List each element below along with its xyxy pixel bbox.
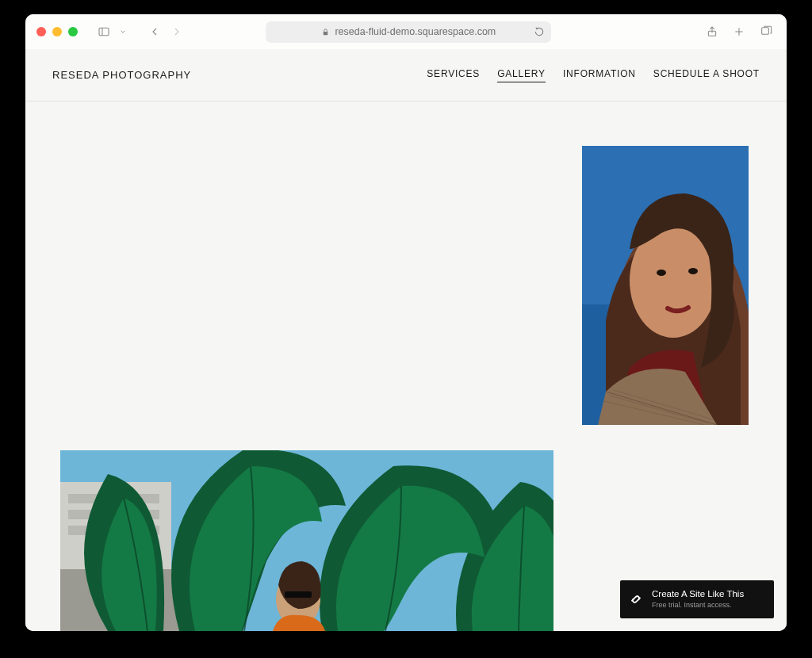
squarespace-logo-icon [628, 591, 644, 607]
minimize-window-button[interactable] [52, 27, 62, 36]
nav-information[interactable]: INFORMATION [563, 68, 636, 82]
back-button[interactable] [144, 22, 165, 41]
lock-icon [321, 28, 330, 36]
nav-gallery[interactable]: GALLERY [497, 68, 546, 82]
gallery-image-portrait[interactable] [582, 146, 749, 425]
svg-point-10 [657, 270, 666, 276]
sidebar-toggle-button[interactable] [94, 22, 114, 41]
tab-overview-button[interactable] [756, 22, 776, 41]
svg-rect-22 [285, 591, 312, 598]
page-content: RESEDA PHOTOGRAPHY SERVICES GALLERY INFO… [25, 49, 787, 631]
promo-subline: Free trial. Instant access. [652, 601, 744, 610]
toolbar-right [703, 22, 776, 41]
svg-rect-2 [324, 32, 328, 35]
promo-text: Create A Site Like This Free trial. Inst… [652, 589, 744, 610]
nav-services[interactable]: SERVICES [427, 68, 480, 82]
address-bar[interactable]: reseda-fluid-demo.squarespace.com [266, 21, 551, 43]
site-brand[interactable]: RESEDA PHOTOGRAPHY [52, 69, 191, 81]
traffic-lights [36, 27, 78, 36]
primary-nav: SERVICES GALLERY INFORMATION SCHEDULE A … [427, 68, 760, 82]
url-text: reseda-fluid-demo.squarespace.com [335, 26, 496, 37]
browser-window: reseda-fluid-demo.squarespace.com RESEDA… [25, 14, 787, 631]
new-tab-button[interactable] [730, 22, 749, 41]
browser-toolbar: reseda-fluid-demo.squarespace.com [25, 14, 787, 49]
close-window-button[interactable] [36, 27, 46, 36]
svg-point-11 [688, 268, 698, 274]
svg-rect-6 [762, 28, 769, 35]
squarespace-promo[interactable]: Create A Site Like This Free trial. Inst… [620, 580, 774, 618]
share-button[interactable] [703, 22, 722, 41]
promo-headline: Create A Site Like This [652, 589, 744, 600]
maximize-window-button[interactable] [68, 27, 78, 36]
forward-button[interactable] [167, 22, 187, 41]
svg-rect-0 [99, 28, 109, 35]
gallery-area: Create A Site Like This Free trial. Inst… [25, 101, 787, 631]
nav-schedule[interactable]: SCHEDULE A SHOOT [653, 68, 760, 82]
gallery-image-tropical[interactable] [60, 450, 553, 631]
reload-icon[interactable] [534, 26, 545, 37]
tab-group-chevron-icon[interactable] [117, 22, 128, 41]
site-header: RESEDA PHOTOGRAPHY SERVICES GALLERY INFO… [25, 49, 787, 101]
nav-arrows [144, 22, 187, 41]
